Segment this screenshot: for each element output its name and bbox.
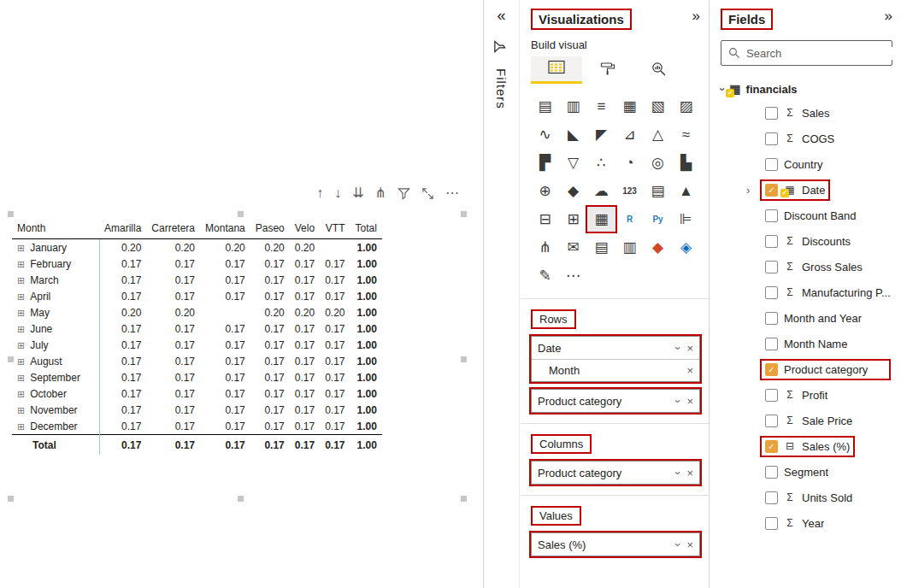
matrix-row-header[interactable]: ⊞August <box>12 353 99 369</box>
matrix-cell[interactable]: 0.17 <box>320 369 350 385</box>
matrix-cell[interactable]: 0.17 <box>146 337 200 353</box>
matrix-column-header[interactable]: VTT <box>320 217 350 239</box>
matrix-cell[interactable]: 0.17 <box>290 320 320 337</box>
remove-field-icon[interactable]: × <box>686 342 693 355</box>
matrix-cell[interactable]: 0.17 <box>200 418 250 435</box>
matrix-cell[interactable]: 0.20 <box>200 239 250 256</box>
visual-type-decomposition-tree[interactable]: ⋔ <box>531 235 559 260</box>
well-field-pill[interactable]: Sales (%)›× <box>532 533 699 556</box>
collapse-pane-icon[interactable]: « <box>497 7 505 25</box>
field-item-discount-band[interactable]: Discount Band <box>721 203 892 228</box>
filter-funnel-icon[interactable] <box>493 40 509 53</box>
matrix-cell[interactable]: 0.17 <box>290 402 320 418</box>
matrix-row-header[interactable]: ⊞September <box>12 369 99 385</box>
matrix-cell[interactable] <box>200 304 250 320</box>
matrix-row-header[interactable]: ⊞March <box>12 272 99 288</box>
field-checkbox[interactable]: ✓ <box>765 440 778 453</box>
matrix-cell[interactable]: 0.17 <box>250 320 290 337</box>
matrix-cell[interactable]: 0.20 <box>290 304 320 320</box>
matrix-cell[interactable]: 0.20 <box>320 304 350 320</box>
row-expand-icon[interactable]: ⊞ <box>17 275 25 285</box>
matrix-row-header[interactable]: ⊞November <box>12 402 99 418</box>
matrix-cell[interactable]: 0.17 <box>250 369 290 385</box>
filters-pane-label[interactable]: Filters <box>494 68 509 109</box>
field-item-product-category[interactable]: ✓Product category <box>721 356 892 382</box>
matrix-row-header[interactable]: ⊞June <box>12 320 99 337</box>
resize-handle[interactable] <box>8 356 14 362</box>
field-checkbox[interactable] <box>765 261 778 273</box>
field-item-date[interactable]: ›✓▦Date <box>721 177 892 203</box>
field-item-units-sold[interactable]: ΣUnits Sold <box>721 485 892 510</box>
search-input[interactable] <box>746 47 897 60</box>
matrix-cell[interactable]: 0.17 <box>146 353 200 369</box>
matrix-cell[interactable]: 0.17 <box>250 385 290 402</box>
matrix-total-cell[interactable]: 0.17 <box>320 435 350 456</box>
field-item-manufacturing-p[interactable]: ΣManufacturing P... <box>721 279 892 305</box>
field-checkbox[interactable] <box>765 466 778 479</box>
matrix-column-header[interactable]: Month <box>12 217 99 239</box>
matrix-cell[interactable]: 0.17 <box>99 288 146 304</box>
matrix-row-header[interactable]: ⊞October <box>12 385 99 402</box>
matrix-cell[interactable]: 0.17 <box>320 402 350 418</box>
matrix-cell[interactable]: 0.17 <box>99 385 146 402</box>
chevron-down-icon[interactable]: › <box>672 399 685 403</box>
matrix-cell[interactable]: 0.17 <box>200 337 250 353</box>
resize-handle[interactable] <box>238 496 244 502</box>
row-expand-icon[interactable]: ⊞ <box>17 373 25 383</box>
visual-type-slicer[interactable]: ⊟ <box>531 207 559 232</box>
visual-type-power-apps[interactable]: ◆ <box>644 235 672 260</box>
focus-mode-icon[interactable] <box>421 187 434 200</box>
matrix-total-cell[interactable]: 0.17 <box>200 435 250 456</box>
matrix-cell[interactable]: 0.17 <box>320 337 350 353</box>
tab-format-visual[interactable] <box>582 56 633 84</box>
drill-up-icon[interactable]: ↑ <box>316 186 323 200</box>
matrix-cell[interactable]: 0.17 <box>146 320 200 337</box>
matrix-cell[interactable]: 1.00 <box>350 402 381 418</box>
matrix-cell[interactable]: 0.17 <box>250 288 290 304</box>
visual-type-clustered-bar-chart[interactable]: ≡ <box>587 94 615 119</box>
matrix-cell[interactable]: 0.17 <box>250 272 290 288</box>
visual-type-line-and-clustered-column-chart[interactable]: △ <box>644 122 672 147</box>
matrix-cell[interactable]: 0.17 <box>146 256 200 272</box>
visual-type-key-influencers[interactable]: ⊫ <box>672 207 700 232</box>
matrix-cell[interactable]: 0.17 <box>250 402 290 418</box>
expand-all-down-icon[interactable]: ⇊ <box>352 186 363 200</box>
row-expand-icon[interactable]: ⊞ <box>17 421 25 432</box>
matrix-cell[interactable]: 1.00 <box>350 369 381 385</box>
resize-handle[interactable] <box>461 211 467 217</box>
matrix-cell[interactable]: 0.17 <box>250 337 290 353</box>
visual-type-waterfall-chart[interactable]: ▛ <box>531 150 559 175</box>
matrix-cell[interactable]: 0.20 <box>146 239 200 256</box>
matrix-cell[interactable]: 0.17 <box>146 369 200 385</box>
well-field-pill[interactable]: Month× <box>532 359 699 381</box>
matrix-cell[interactable]: 1.00 <box>350 256 381 272</box>
field-item-sales[interactable]: ΣSales <box>721 100 892 126</box>
visual-type-stacked-bar-chart[interactable]: ▤ <box>531 94 559 119</box>
row-expand-icon[interactable]: ⊞ <box>17 243 25 253</box>
resize-handle[interactable] <box>8 211 14 217</box>
visual-type-scatter-chart[interactable]: ∴ <box>587 150 615 175</box>
matrix-total-cell[interactable]: 0.17 <box>146 435 200 456</box>
matrix-cell[interactable]: 0.17 <box>290 418 320 435</box>
field-checkbox[interactable] <box>765 235 778 248</box>
matrix-cell[interactable]: 0.17 <box>320 353 350 369</box>
matrix-cell[interactable]: 1.00 <box>350 418 381 435</box>
matrix-column-header[interactable]: Paseo <box>250 217 290 239</box>
matrix-cell[interactable]: 0.17 <box>99 369 146 385</box>
matrix-cell[interactable]: 0.17 <box>320 288 350 304</box>
chevron-down-icon[interactable]: › <box>672 471 685 474</box>
field-checkbox[interactable] <box>765 158 778 171</box>
matrix-cell[interactable]: 1.00 <box>350 385 381 402</box>
matrix-row-header[interactable]: ⊞July <box>12 337 99 353</box>
matrix-cell[interactable]: 0.20 <box>146 304 200 320</box>
visual-type-python-visual[interactable]: Py <box>644 207 672 232</box>
visual-type-qa[interactable]: ✉ <box>559 235 587 260</box>
matrix-cell[interactable]: 0.17 <box>250 353 290 369</box>
expand-pane-icon[interactable]: » <box>692 9 700 23</box>
visual-type-power-automate[interactable]: ✎ <box>531 263 559 288</box>
field-item-cogs[interactable]: ΣCOGS <box>721 126 892 151</box>
report-canvas[interactable]: ↑↓⇊⋔⋯ MonthAmarillaCarreteraMontanaPaseo… <box>0 0 483 588</box>
visual-type-line-chart[interactable]: ∿ <box>531 122 559 147</box>
matrix-cell[interactable]: 0.17 <box>200 353 250 369</box>
field-checkbox[interactable] <box>765 389 778 402</box>
